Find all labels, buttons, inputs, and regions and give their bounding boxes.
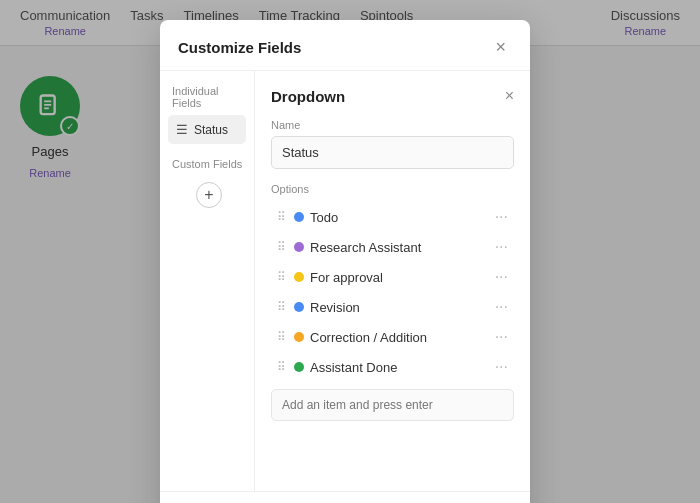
custom-fields-section: Custom Fields +: [168, 158, 246, 208]
drag-handle-icon[interactable]: ⠿: [275, 330, 288, 344]
option-text-correction: Correction / Addition: [310, 330, 487, 345]
drag-handle-icon[interactable]: ⠿: [275, 210, 288, 224]
option-menu-approval-button[interactable]: ···: [493, 269, 510, 285]
individual-fields-label: Individual Fields: [168, 85, 246, 109]
option-text-revision: Revision: [310, 300, 487, 315]
customize-title: Customize Fields: [178, 39, 301, 56]
option-item: ⠿ For approval ···: [271, 263, 514, 291]
dropdown-panel: Dropdown × Name Options ⠿ Todo ··· ⠿ Re: [255, 71, 530, 491]
option-menu-done-button[interactable]: ···: [493, 359, 510, 375]
option-dot-todo: [294, 212, 304, 222]
customize-fields-modal: Customize Fields × Individual Fields ☰ S…: [160, 20, 530, 503]
options-label: Options: [271, 183, 514, 195]
customize-body: Individual Fields ☰ Status Custom Fields…: [160, 71, 530, 491]
option-text-todo: Todo: [310, 210, 487, 225]
option-text-done: Assistant Done: [310, 360, 487, 375]
add-custom-field-button[interactable]: +: [196, 182, 222, 208]
drag-handle-icon[interactable]: ⠿: [275, 240, 288, 254]
dropdown-panel-title: Dropdown: [271, 88, 345, 105]
option-item: ⠿ Todo ···: [271, 203, 514, 231]
option-dot-research: [294, 242, 304, 252]
option-item: ⠿ Research Assistant ···: [271, 233, 514, 261]
option-item: ⠿ Revision ···: [271, 293, 514, 321]
customize-close-button[interactable]: ×: [489, 36, 512, 58]
status-field-item[interactable]: ☰ Status: [168, 115, 246, 144]
option-dot-done: [294, 362, 304, 372]
status-field-icon: ☰: [176, 122, 188, 137]
customize-sidebar: Individual Fields ☰ Status Custom Fields…: [160, 71, 255, 491]
option-dot-correction: [294, 332, 304, 342]
option-menu-todo-button[interactable]: ···: [493, 209, 510, 225]
option-text-approval: For approval: [310, 270, 487, 285]
drag-handle-icon[interactable]: ⠿: [275, 300, 288, 314]
dropdown-panel-close-button[interactable]: ×: [505, 87, 514, 105]
option-menu-research-button[interactable]: ···: [493, 239, 510, 255]
option-menu-revision-button[interactable]: ···: [493, 299, 510, 315]
custom-fields-label: Custom Fields: [168, 158, 246, 170]
option-menu-correction-button[interactable]: ···: [493, 329, 510, 345]
customize-header: Customize Fields ×: [160, 20, 530, 71]
option-item: ⠿ Assistant Done ···: [271, 353, 514, 381]
add-item-input[interactable]: [271, 389, 514, 421]
option-dot-approval: [294, 272, 304, 282]
drag-handle-icon[interactable]: ⠿: [275, 360, 288, 374]
drag-handle-icon[interactable]: ⠿: [275, 270, 288, 284]
option-item: ⠿ Correction / Addition ···: [271, 323, 514, 351]
options-list: ⠿ Todo ··· ⠿ Research Assistant ··· ⠿ Fo…: [271, 203, 514, 381]
dropdown-panel-header: Dropdown ×: [271, 87, 514, 105]
customize-footer: Cancel Save: [160, 491, 530, 503]
status-field-label: Status: [194, 123, 228, 137]
option-text-research: Research Assistant: [310, 240, 487, 255]
name-input[interactable]: [271, 136, 514, 169]
name-field-label: Name: [271, 119, 514, 131]
option-dot-revision: [294, 302, 304, 312]
